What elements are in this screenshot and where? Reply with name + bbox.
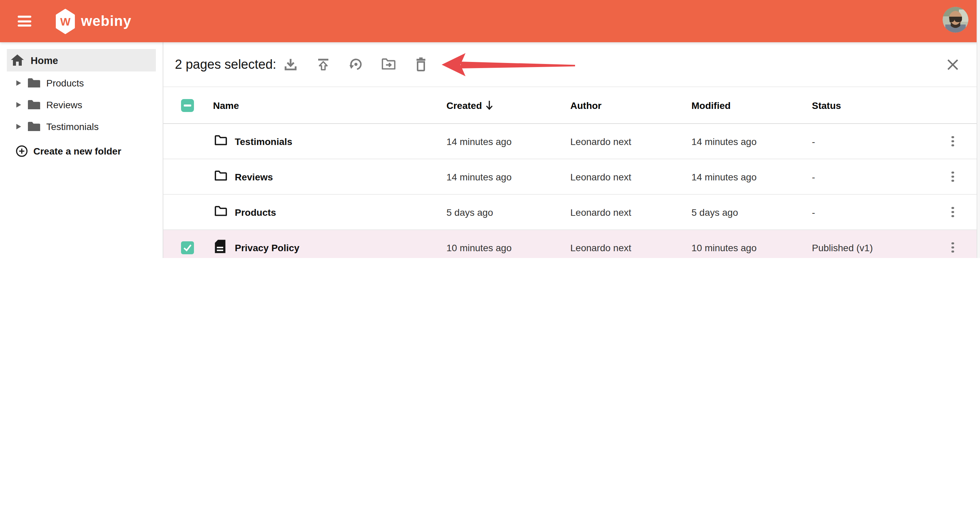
expand-chevron-icon[interactable] <box>16 124 21 129</box>
expand-chevron-icon[interactable] <box>16 102 21 108</box>
table-row[interactable]: Products 5 days ago Leonardo next 5 days… <box>163 195 980 230</box>
webiny-logo[interactable]: W webiny <box>56 8 131 34</box>
user-avatar[interactable] <box>943 7 969 33</box>
create-folder-label: Create a new folder <box>33 146 121 156</box>
download-icon <box>283 57 298 72</box>
table-header-row: Name Created Author Modified Status <box>163 87 980 124</box>
sidebar-home-label: Home <box>30 55 58 66</box>
svg-text:W: W <box>60 15 71 27</box>
row-status: - <box>812 171 815 182</box>
row-actions-menu-button[interactable] <box>947 204 958 220</box>
row-status: - <box>812 136 815 147</box>
sidebar-folder-label: Testimonials <box>46 121 99 132</box>
row-name[interactable]: Reviews <box>235 171 273 182</box>
file-icon <box>215 239 226 256</box>
download-button[interactable] <box>283 56 298 73</box>
row-modified: 14 minutes ago <box>692 171 756 182</box>
bulk-actions <box>283 56 429 73</box>
brand-wordmark: webiny <box>81 13 131 29</box>
close-selection-button[interactable] <box>945 56 961 73</box>
row-status: Published (v1) <box>812 242 873 253</box>
column-header-status[interactable]: Status <box>812 100 841 111</box>
folder-icon <box>27 78 41 89</box>
row-modified: 10 minutes ago <box>692 242 756 253</box>
sidebar-item-testimonials[interactable]: Testimonials <box>0 116 163 137</box>
hamburger-menu-icon[interactable] <box>18 16 31 27</box>
folder-icon <box>215 205 227 219</box>
page-list-panel: 2 pages selected: <box>163 42 980 258</box>
sidebar-item-home[interactable]: Home <box>7 49 156 72</box>
top-app-bar: W webiny <box>0 0 980 42</box>
folder-icon <box>27 121 41 132</box>
folder-icon <box>27 99 41 110</box>
row-name[interactable]: Testimonials <box>235 136 292 147</box>
selection-count-text: 2 pages selected: <box>175 57 276 72</box>
selection-toolbar: 2 pages selected: <box>163 42 980 87</box>
row-modified: 14 minutes ago <box>692 136 756 147</box>
move-to-folder-button[interactable] <box>381 56 396 73</box>
scrollbar-track[interactable] <box>977 0 980 258</box>
publish-button[interactable] <box>316 56 331 73</box>
column-header-modified[interactable]: Modified <box>692 100 730 111</box>
delete-button[interactable] <box>414 56 429 73</box>
upload-icon <box>316 57 331 72</box>
row-created: 10 minutes ago <box>447 242 511 253</box>
row-name[interactable]: Products <box>235 207 276 218</box>
row-name[interactable]: Privacy Policy <box>235 242 299 253</box>
row-author: Leonardo next <box>570 242 631 253</box>
indeterminate-dash <box>184 104 191 106</box>
row-author: Leonardo next <box>570 207 631 218</box>
row-created: 14 minutes ago <box>447 136 511 147</box>
sidebar-folder-label: Products <box>46 78 84 89</box>
row-created: 14 minutes ago <box>447 171 511 182</box>
sidebar-folder-label: Reviews <box>46 99 82 110</box>
table-row[interactable]: Privacy Policy 10 minutes ago Leonardo n… <box>163 230 980 258</box>
avatar-photo <box>943 7 969 33</box>
table-body: Testimonials 14 minutes ago Leonardo nex… <box>163 124 980 258</box>
checkmark-icon <box>182 242 192 253</box>
restore-button[interactable] <box>348 56 363 73</box>
table-row[interactable]: Testimonials 14 minutes ago Leonardo nex… <box>163 124 980 159</box>
row-author: Leonardo next <box>570 136 631 147</box>
sidebar-item-reviews[interactable]: Reviews <box>0 94 163 116</box>
row-modified: 5 days ago <box>692 207 738 218</box>
home-icon <box>11 54 24 66</box>
column-header-created[interactable]: Created <box>447 100 493 111</box>
table-row[interactable]: Reviews 14 minutes ago Leonardo next 14 … <box>163 159 980 195</box>
column-header-author[interactable]: Author <box>570 100 601 111</box>
restore-history-icon <box>348 56 363 72</box>
create-new-folder-button[interactable]: Create a new folder <box>0 140 163 162</box>
column-header-name[interactable]: Name <box>213 100 239 111</box>
move-to-folder-icon <box>381 57 396 72</box>
close-icon <box>945 56 961 73</box>
plus-circle-icon <box>16 145 28 157</box>
row-created: 5 days ago <box>447 207 493 218</box>
sidebar-item-products[interactable]: Products <box>0 72 163 94</box>
row-actions-menu-button[interactable] <box>947 169 958 185</box>
row-status: - <box>812 207 815 218</box>
folder-icon <box>215 134 227 148</box>
folder-icon <box>215 170 227 183</box>
row-author: Leonardo next <box>570 171 631 182</box>
trash-icon <box>414 56 428 72</box>
app-window: W webiny <box>0 0 980 258</box>
select-all-checkbox[interactable] <box>181 99 194 111</box>
webiny-hexagon-icon: W <box>56 8 75 34</box>
sort-descending-icon <box>485 100 493 110</box>
folder-tree-sidebar: Home Products Reviews <box>0 42 163 258</box>
row-actions-menu-button[interactable] <box>947 133 958 150</box>
row-actions-menu-button[interactable] <box>947 239 958 256</box>
expand-chevron-icon[interactable] <box>16 80 21 86</box>
row-checkbox[interactable] <box>181 241 194 254</box>
